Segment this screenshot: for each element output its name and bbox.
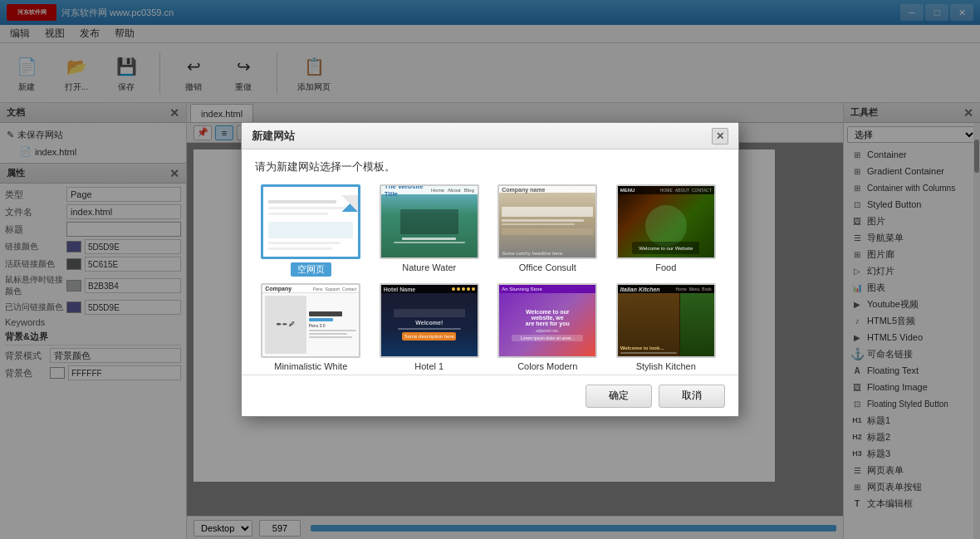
modal-cancel-button[interactable]: 取消 [659, 385, 725, 408]
template-blank-name: 空网页 [291, 262, 331, 277]
template-nature-thumb: The Website Title HomeAboutBlog [380, 184, 479, 259]
modal-title-bar: 新建网站 ✕ [242, 123, 738, 149]
template-food[interactable]: MENU HOME ABOUT CONTACT Welcome to our W… [610, 184, 723, 277]
template-kitchen-name: Stylish Kitchen [636, 361, 696, 371]
template-office-name: Office Consult [519, 262, 576, 272]
template-hotel[interactable]: Hotel Name [374, 283, 486, 371]
modal-title: 新建网站 [252, 129, 295, 144]
template-kitchen-thumb: Italian Kitchen HomeMenuBook Welcome to … [616, 283, 716, 358]
template-office-thumb: Company name Some catchy headline here. [497, 184, 597, 259]
template-nature[interactable]: The Website Title HomeAboutBlog [374, 184, 486, 277]
template-pens-name: Minimalistic White [274, 361, 347, 371]
modal-subtitle: 请为新建网站选择一个模板。 [242, 149, 738, 181]
template-office[interactable]: Company name Some catchy headline here. [492, 184, 604, 277]
new-website-modal: 新建网站 ✕ 请为新建网站选择一个模板。 [241, 122, 739, 417]
template-colors-name: Colors Modern [517, 361, 577, 371]
template-pens-thumb: Company PensSupportContact ✏ ✒ 🖊 [261, 283, 360, 358]
template-blank-thumb [261, 184, 360, 259]
modal-overlay: 新建网站 ✕ 请为新建网站选择一个模板。 [0, 0, 980, 539]
template-food-name: Food [655, 262, 676, 272]
template-blank[interactable]: 空网页 [255, 184, 367, 277]
modal-footer: 确定 取消 [242, 375, 738, 416]
template-hotel-thumb: Hotel Name [380, 283, 479, 358]
modal-ok-button[interactable]: 确定 [586, 385, 652, 408]
modal-body: 空网页 The Website Title HomeAboutBlog [242, 181, 738, 375]
template-hotel-name: Hotel 1 [414, 361, 443, 371]
template-colors-thumb: An Stunning Store Welcome to ourwebsite,… [497, 283, 597, 358]
template-nature-name: Nature Water [402, 262, 456, 272]
template-pens[interactable]: Company PensSupportContact ✏ ✒ 🖊 [255, 283, 367, 371]
modal-close-button[interactable]: ✕ [712, 128, 728, 145]
template-colors[interactable]: An Stunning Store Welcome to ourwebsite,… [492, 283, 604, 371]
template-food-thumb: MENU HOME ABOUT CONTACT Welcome to our W… [616, 184, 716, 259]
template-grid: 空网页 The Website Title HomeAboutBlog [255, 184, 725, 371]
template-kitchen[interactable]: Italian Kitchen HomeMenuBook Welcome to … [610, 283, 723, 371]
